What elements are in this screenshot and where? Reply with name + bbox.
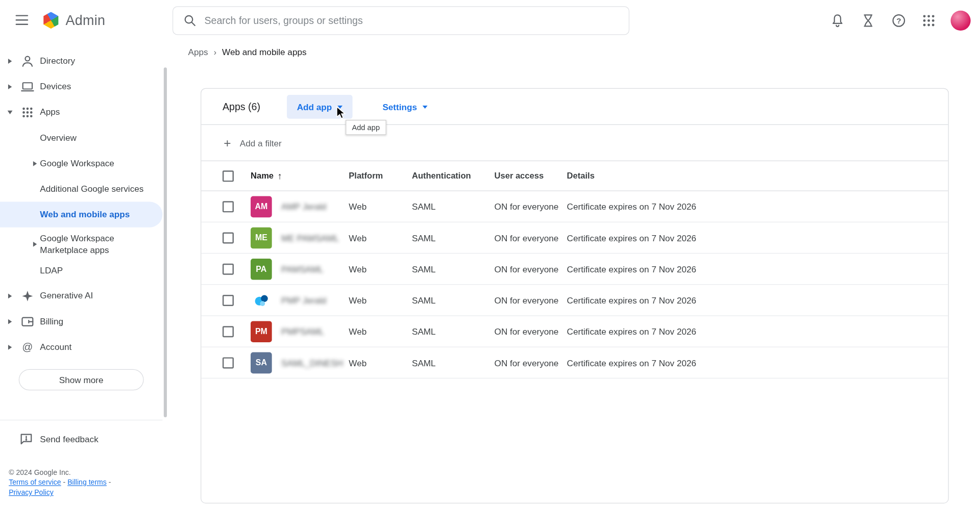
sidebar-item-web-and-mobile-apps[interactable]: Web and mobile apps [0,202,162,228]
send-feedback-button[interactable]: Send feedback [0,426,162,451]
app-name-link[interactable]: ME PAMSAML [281,233,349,243]
app-details: Certificate expires on 7 Nov 2026 [567,295,948,306]
app-avatar: ME [251,227,272,248]
apps-list-card: Apps (6) Add app Settings + Add a filter… [201,88,949,503]
chevron-down-icon [337,105,342,108]
add-filter-button[interactable]: + Add a filter [224,137,281,149]
sidebar-item-additional-google-services[interactable]: Additional Google services [0,176,162,201]
privacy-policy-link[interactable]: Privacy Policy [9,489,54,496]
table-row[interactable]: PM PMPSAML Web SAML ON for everyone Cert… [201,316,948,347]
expand-caret-icon[interactable] [6,84,14,89]
settings-button[interactable]: Settings [373,95,438,119]
notifications-bell-icon[interactable] [830,13,845,28]
sidebar-item-apps[interactable]: Apps [0,99,162,125]
google-admin-logo-icon [42,12,59,29]
app-avatar-initials: PM [255,326,267,336]
sidebar-item-google-workspace[interactable]: Google Workspace [0,150,162,176]
admin-logo[interactable]: Admin [42,12,105,29]
app-logo-icon [252,291,271,310]
sidebar-item-google-workspace-marketplace-apps[interactable]: Google Workspace Marketplace apps [0,228,162,261]
table-row[interactable]: ME ME PAMSAML Web SAML ON for everyone C… [201,222,948,254]
sidebar-item-overview[interactable]: Overview [0,125,162,150]
svg-text:?: ? [896,16,901,25]
show-more-button[interactable]: Show more [19,369,144,391]
app-authentication: SAML [412,326,495,337]
google-apps-grid-icon[interactable] [921,13,936,28]
account-avatar[interactable] [950,11,970,31]
column-header-details[interactable]: Details [567,171,948,181]
person-icon [20,54,35,68]
sidebar-item-devices[interactable]: Devices [0,73,162,99]
app-name-link[interactable]: PMP Jerald [281,295,349,306]
expand-caret-icon[interactable] [6,319,14,324]
collapse-caret-icon[interactable] [6,110,14,114]
expand-caret-icon[interactable] [6,344,14,349]
table-row[interactable]: PA PAMSAML Web SAML ON for everyone Cert… [201,254,948,285]
terms-of-service-link[interactable]: Terms of service [9,478,61,486]
row-checkbox[interactable] [223,357,234,368]
help-icon[interactable]: ? [891,13,906,28]
tasks-hourglass-icon[interactable] [861,13,875,28]
sidebar-item-billing[interactable]: Billing [0,309,162,334]
card-header: Apps (6) Add app Settings [201,89,948,125]
row-checkbox[interactable] [223,232,234,243]
add-filter-label: Add a filter [240,138,282,148]
app-user-access: ON for everyone [495,264,567,274]
table-row[interactable]: AM AMP Jerald Web SAML ON for everyone C… [201,191,948,222]
sidebar-item-label: Overview [40,132,155,143]
add-app-button-label: Add app [297,102,332,112]
app-name-link[interactable]: PAMSAML [281,264,349,274]
breadcrumb-apps-link[interactable]: Apps [188,47,208,57]
row-checkbox[interactable] [223,263,234,274]
sidebar-item-directory[interactable]: Directory [0,48,162,73]
add-app-button[interactable]: Add app [287,95,353,119]
at-sign-icon: @ [20,340,35,355]
column-header-authentication[interactable]: Authentication [412,171,495,181]
app-details: Certificate expires on 7 Nov 2026 [567,326,948,337]
select-all-checkbox[interactable] [223,170,234,182]
sidebar-item-label: Devices [40,81,155,92]
row-checkbox[interactable] [223,201,234,212]
app-details: Certificate expires on 7 Nov 2026 [567,264,948,274]
app-name-link[interactable]: PMPSAML [281,326,349,337]
search-bar[interactable] [173,6,629,35]
filter-bar: + Add a filter [201,125,948,161]
devices-icon [20,79,35,94]
breadcrumb-current: Web and mobile apps [222,47,307,57]
sidebar-item-generative-ai[interactable]: Generative AI [0,283,162,309]
column-header-name[interactable]: Name ↑ [251,170,349,181]
app-avatar-initials: SA [256,358,267,367]
search-icon [183,14,197,28]
sidebar-footer: © 2024 Google Inc. Terms of service - Bi… [9,467,111,497]
column-header-platform[interactable]: Platform [349,171,412,181]
screen: Admin ? Apps [0,0,980,505]
expand-caret-icon[interactable] [31,161,39,166]
table-row[interactable]: PMP Jerald Web SAML ON for everyone Cert… [201,285,948,316]
footer-separator: - [109,478,111,486]
row-checkbox[interactable] [223,326,234,337]
app-avatar-initials: ME [255,233,267,242]
sidebar-scrollbar[interactable] [164,67,167,417]
row-checkbox[interactable] [223,294,234,306]
expand-caret-icon[interactable] [6,58,14,63]
sidebar-item-label: Generative AI [40,290,155,301]
sort-ascending-icon: ↑ [277,170,282,181]
expand-caret-icon[interactable] [6,293,14,298]
app-name-link[interactable]: SAML_DINESH [281,358,349,368]
billing-terms-link[interactable]: Billing terms [67,478,107,486]
app-details: Certificate expires on 7 Nov 2026 [567,233,948,243]
app-name-link[interactable]: AMP Jerald [281,201,349,212]
column-header-user-access[interactable]: User access [495,171,567,181]
table-row[interactable]: SA SAML_DINESH Web SAML ON for everyone … [201,347,948,378]
feedback-icon [19,432,34,446]
search-input[interactable] [204,15,619,26]
expand-caret-icon[interactable] [31,242,39,247]
app-platform: Web [349,358,412,368]
sidebar-item-label: Google Workspace Marketplace apps [40,233,134,257]
main-menu-icon[interactable] [16,15,28,25]
app-user-access: ON for everyone [495,326,567,337]
app-avatar: SA [251,352,272,373]
sidebar-item-account[interactable]: @ Account [0,334,162,360]
wallet-icon [20,314,35,329]
sidebar-item-ldap[interactable]: LDAP [0,258,162,284]
